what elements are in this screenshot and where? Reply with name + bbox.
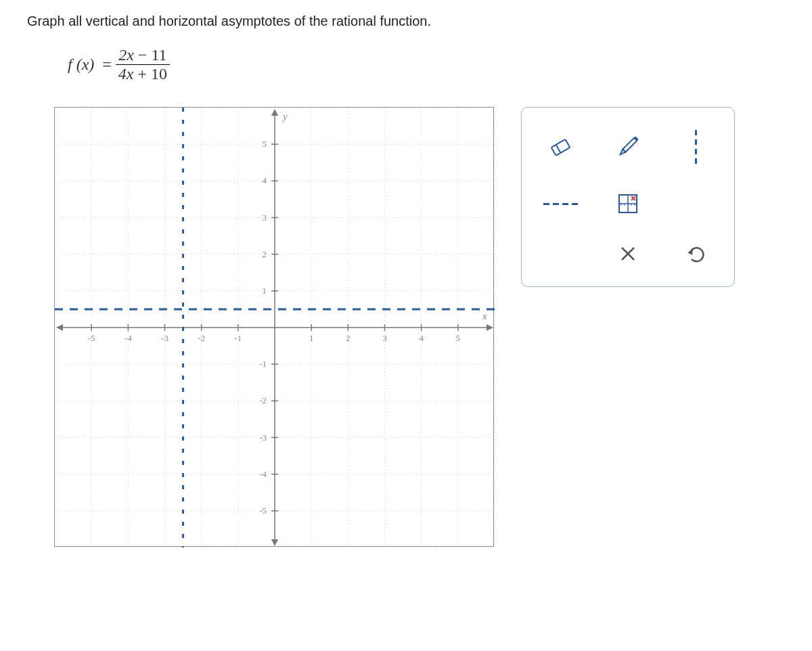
svg-text:y: y bbox=[281, 111, 288, 122]
point-removal-tool[interactable] bbox=[608, 183, 648, 224]
svg-text:-2: -2 bbox=[198, 333, 205, 343]
svg-text:-5: -5 bbox=[88, 333, 95, 343]
svg-text:-4: -4 bbox=[125, 333, 132, 343]
svg-text:2: 2 bbox=[263, 249, 267, 259]
undo-icon bbox=[685, 243, 706, 265]
fraction: 2x − 11 4x + 10 bbox=[116, 46, 170, 83]
svg-text:3: 3 bbox=[263, 212, 267, 223]
svg-text:3: 3 bbox=[382, 333, 387, 343]
svg-text:2: 2 bbox=[346, 333, 351, 343]
svg-rect-74 bbox=[551, 139, 570, 156]
pencil-tool[interactable] bbox=[608, 127, 648, 167]
numerator: 2x − 11 bbox=[116, 46, 169, 65]
coordinate-plane[interactable]: -5-4-3-2-11234554321-1-2-3-4-5xy bbox=[54, 107, 494, 547]
svg-text:x: x bbox=[482, 311, 487, 321]
close-icon bbox=[618, 244, 637, 263]
fx-label: f (x) bbox=[68, 55, 94, 74]
horizontal-asymptote-tool[interactable] bbox=[540, 183, 581, 224]
svg-text:4: 4 bbox=[419, 333, 424, 343]
svg-marker-28 bbox=[271, 109, 278, 116]
function-equation: f (x) = 2x − 11 4x + 10 bbox=[68, 46, 785, 83]
svg-text:4: 4 bbox=[263, 175, 267, 185]
instruction-text: Graph all vertical and horizontal asympt… bbox=[27, 14, 785, 29]
svg-text:-5: -5 bbox=[259, 506, 267, 516]
eraser-tool[interactable] bbox=[540, 127, 581, 167]
svg-text:-1: -1 bbox=[234, 333, 242, 343]
svg-line-75 bbox=[556, 145, 561, 153]
undo-tool[interactable] bbox=[675, 233, 716, 274]
delete-tool[interactable] bbox=[608, 233, 648, 274]
denominator: 4x + 10 bbox=[116, 65, 170, 83]
svg-rect-76 bbox=[623, 138, 637, 152]
svg-marker-77 bbox=[619, 150, 626, 156]
svg-text:1: 1 bbox=[309, 333, 314, 343]
svg-text:1: 1 bbox=[263, 286, 267, 296]
svg-marker-29 bbox=[271, 539, 278, 546]
svg-text:-1: -1 bbox=[259, 359, 267, 369]
svg-text:5: 5 bbox=[456, 333, 461, 343]
svg-text:-3: -3 bbox=[161, 333, 168, 343]
svg-marker-26 bbox=[487, 324, 493, 331]
svg-text:-2: -2 bbox=[259, 395, 267, 405]
equals-sign: = bbox=[102, 55, 112, 74]
dashed-line-icon bbox=[543, 203, 578, 205]
toolbox bbox=[521, 107, 735, 287]
svg-text:-3: -3 bbox=[259, 432, 267, 443]
svg-marker-27 bbox=[56, 324, 63, 331]
svg-text:5: 5 bbox=[263, 139, 267, 149]
vertical-line-tool[interactable] bbox=[675, 127, 716, 167]
svg-text:-4: -4 bbox=[259, 469, 267, 479]
vertical-dashes-icon bbox=[695, 130, 697, 164]
